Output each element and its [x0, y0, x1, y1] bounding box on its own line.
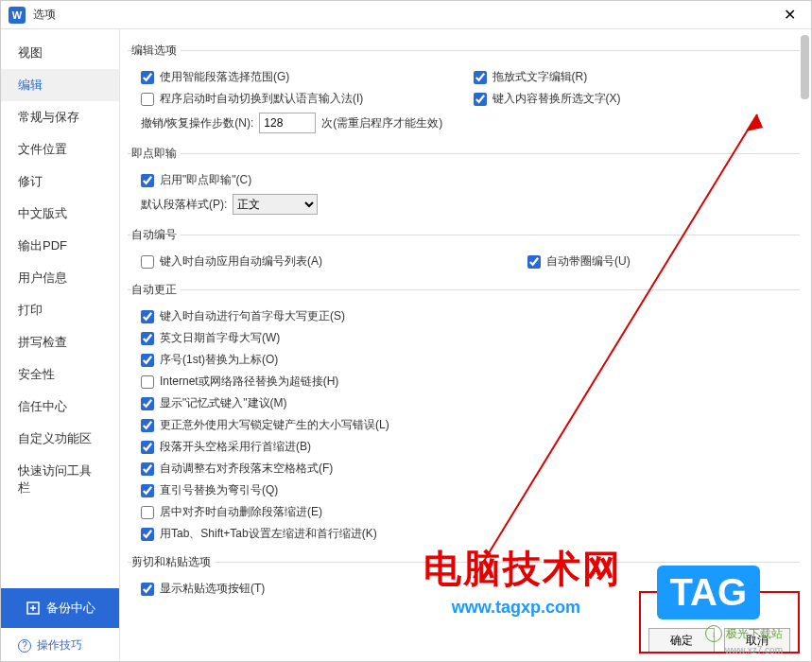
chk-autocorrect-9-input[interactable] [141, 506, 154, 519]
chk-autocorrect-6[interactable]: 段落开头空格采用行首缩进(B) [141, 439, 311, 455]
nav-item-5[interactable]: 中文版式 [1, 198, 119, 230]
legend-auto-correct: 自动更正 [131, 282, 181, 298]
chk-autocorrect-8[interactable]: 直引号替换为弯引号(Q) [141, 482, 278, 498]
chk-autocorrect-7-input[interactable] [141, 462, 154, 476]
legend-auto-number: 自动编号 [131, 227, 181, 243]
chk-replace-selection-input[interactable] [474, 93, 487, 106]
nav-item-0[interactable]: 视图 [1, 37, 119, 69]
undo-steps-label: 撤销/恢复操作步数(N): [141, 115, 253, 131]
nav-list: 视图编辑常规与保存文件位置修订中文版式输出PDF用户信息打印拼写检查安全性信任中… [1, 29, 119, 588]
chk-autocorrect-4[interactable]: 显示"记忆式键入"建议(M) [141, 395, 287, 411]
nav-item-6[interactable]: 输出PDF [1, 230, 119, 262]
chk-autocorrect-5[interactable]: 更正意外使用大写锁定键产生的大小写错误(L) [141, 417, 389, 433]
help-tips-link[interactable]: ? 操作技巧 [1, 628, 119, 662]
chk-smart-paragraph[interactable]: 使用智能段落选择范围(G) [141, 69, 468, 85]
chk-autocorrect-5-input[interactable] [141, 419, 154, 432]
chk-autocorrect-1[interactable]: 英文日期首字母大写(W) [141, 330, 280, 346]
chk-autocorrect-0-input[interactable] [141, 310, 154, 323]
legend-paste: 剪切和粘贴选项 [131, 554, 215, 570]
chk-circle-number-input[interactable] [527, 255, 541, 269]
chk-autocorrect-1-input[interactable] [141, 332, 154, 345]
chk-replace-selection[interactable]: 键入内容替换所选文字(X) [474, 91, 801, 107]
undo-steps-suffix: 次(需重启程序才能生效) [321, 115, 442, 131]
nav-item-12[interactable]: 自定义功能区 [1, 423, 119, 455]
backup-center-button[interactable]: 备份中心 [1, 588, 119, 628]
chk-autocorrect-7[interactable]: 自动调整右对齐段落末空格格式(F) [141, 461, 333, 477]
chk-autocorrect-0[interactable]: 键入时自动进行句首字母大写更正(S) [141, 308, 345, 324]
nav-item-2[interactable]: 常规与保存 [1, 101, 119, 133]
sidebar: 视图编辑常规与保存文件位置修订中文版式输出PDF用户信息打印拼写检查安全性信任中… [1, 29, 120, 662]
watermark-tag-badge: TAG [657, 566, 760, 619]
chk-autocorrect-2[interactable]: 序号(1st)替换为上标(O) [141, 352, 278, 368]
chk-autocorrect-4-input[interactable] [141, 397, 154, 410]
nav-item-9[interactable]: 拼写检查 [1, 326, 119, 358]
chk-autocorrect-3-input[interactable] [141, 375, 154, 389]
scrollbar-thumb[interactable] [801, 35, 809, 99]
nav-item-3[interactable]: 文件位置 [1, 133, 119, 166]
chk-auto-number-list-input[interactable] [141, 255, 154, 269]
chk-autocorrect-9[interactable]: 居中对齐时自动删除段落缩进(E) [141, 504, 322, 520]
default-para-style-label: 默认段落样式(P): [141, 197, 227, 213]
help-label: 操作技巧 [37, 637, 82, 653]
help-icon: ? [18, 639, 31, 653]
nav-item-7[interactable]: 用户信息 [1, 262, 119, 294]
legend-click-type: 即点即输 [131, 146, 181, 162]
nav-item-4[interactable]: 修订 [1, 166, 119, 198]
group-click-type: 即点即输 启用"即点即输"(C) 默认段落样式(P): 正文 [128, 146, 800, 218]
chk-drag-text-input[interactable] [474, 71, 487, 84]
backup-label: 备份中心 [46, 600, 95, 617]
chk-enable-click-type[interactable]: 启用"即点即输"(C) [141, 172, 251, 188]
group-auto-number: 自动编号 键入时自动应用自动编号列表(A) 自动带圈编号(U) [128, 227, 800, 272]
chk-auto-switch-ime-input[interactable] [141, 93, 154, 106]
backup-icon [26, 601, 41, 616]
group-edit-options: 编辑选项 使用智能段落选择范围(G) 拖放式文字编辑(R) 程序启动时自动切换到… [128, 43, 800, 136]
chk-autocorrect-3[interactable]: Internet或网络路径替换为超链接(H) [141, 374, 338, 390]
default-para-style-select[interactable]: 正文 [233, 194, 318, 215]
nav-item-10[interactable]: 安全性 [1, 358, 119, 391]
chk-auto-switch-ime[interactable]: 程序启动时自动切换到默认语言输入法(I) [141, 91, 468, 107]
chk-auto-number-list[interactable]: 键入时自动应用自动编号列表(A) [141, 253, 522, 270]
download-icon: ↓ [705, 625, 722, 642]
chk-smart-paragraph-input[interactable] [141, 71, 154, 84]
titlebar: W 选项 ✕ [1, 1, 811, 29]
chk-drag-text[interactable]: 拖放式文字编辑(R) [474, 69, 801, 85]
nav-item-1[interactable]: 编辑 [1, 69, 119, 101]
chk-circle-number[interactable]: 自动带圈编号(U) [527, 253, 800, 270]
chk-autocorrect-10-input[interactable] [141, 528, 154, 541]
undo-steps-input[interactable] [259, 113, 316, 133]
chk-autocorrect-10[interactable]: 用Tab、Shift+Tab设置左缩进和首行缩进(K) [141, 526, 377, 542]
chk-enable-click-type-input[interactable] [141, 174, 154, 187]
close-button[interactable]: ✕ [775, 1, 803, 29]
chk-autocorrect-2-input[interactable] [141, 354, 154, 367]
window-title: 选项 [33, 7, 775, 23]
watermark-download-site: ↓ 极光下载站 [705, 625, 783, 642]
chk-autocorrect-8-input[interactable] [141, 484, 154, 497]
chk-show-paste-options-input[interactable] [141, 583, 154, 596]
chk-show-paste-options[interactable]: 显示粘贴选项按钮(T) [141, 581, 265, 597]
chk-autocorrect-6-input[interactable] [141, 441, 154, 454]
group-auto-correct: 自动更正 键入时自动进行句首字母大写更正(S)英文日期首字母大写(W)序号(1s… [128, 282, 800, 545]
nav-item-13[interactable]: 快速访问工具栏 [1, 455, 119, 504]
legend-edit: 编辑选项 [131, 43, 181, 59]
watermark-download-url: www.xz7.com [725, 645, 783, 655]
nav-item-8[interactable]: 打印 [1, 294, 119, 326]
nav-item-11[interactable]: 信任中心 [1, 391, 119, 423]
app-icon: W [9, 7, 26, 24]
